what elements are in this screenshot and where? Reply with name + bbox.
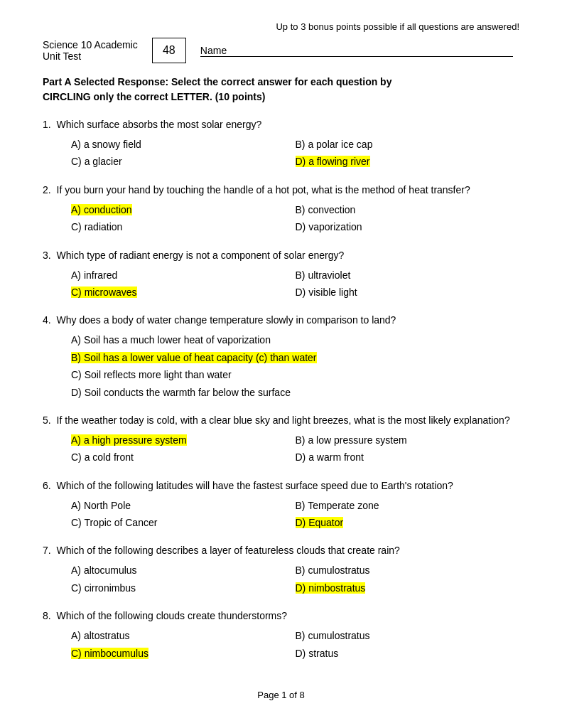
- answers-grid: A) infraredB) ultravioletC) microwavesD)…: [43, 267, 519, 301]
- question-item: 1. Which surface absorbs the most solar …: [43, 117, 519, 170]
- answer-option: B) a polar ice cap: [296, 136, 520, 152]
- question-text: 7. Which of the following describes a la…: [43, 543, 519, 558]
- answer-option: B) Temperate zone: [296, 498, 520, 513]
- answers-grid: A) a snowy fieldB) a polar ice capC) a g…: [43, 136, 519, 170]
- answers-grid: A) conductionB) convectionC) radiationD)…: [43, 202, 519, 235]
- highlighted-answer: D) a flowing river: [296, 156, 370, 167]
- answer-option: C) cirronimbus: [71, 580, 296, 596]
- name-label: Name: [200, 45, 357, 57]
- question-number: 7.: [43, 545, 51, 556]
- answer-option: D) visible light: [296, 284, 520, 300]
- question-item: 7. Which of the following describes a la…: [43, 543, 519, 596]
- answer-option: B) convection: [296, 202, 520, 218]
- answers-grid: A) altostratusB) cumulostratusC) nimbocu…: [43, 628, 519, 661]
- question-item: 2. If you burn your hand by touching the…: [43, 183, 519, 235]
- answer-option: A) Soil has a much lower heat of vaporiz…: [71, 332, 519, 348]
- question-text: 2. If you burn your hand by touching the…: [43, 183, 519, 198]
- answer-option: C) Soil reflects more light than water: [71, 367, 519, 382]
- question-text: 6. Which of the following latitudes will…: [43, 478, 519, 493]
- answers-grid: A) altocumulusB) cumulostratusC) cirroni…: [43, 562, 519, 596]
- answers-grid: A) Soil has a much lower heat of vaporiz…: [43, 332, 519, 400]
- bonus-note: Up to 3 bonus points possible if all que…: [43, 21, 519, 32]
- course-info: Science 10 Academic Unit Test: [43, 39, 138, 62]
- answer-option: C) Tropic of Cancer: [71, 515, 296, 530]
- question-number: 2.: [43, 184, 51, 196]
- answer-option: C) nimbocumulus: [71, 646, 296, 661]
- name-line: Name: [200, 45, 519, 57]
- answer-option: B) a low pressure system: [296, 432, 520, 448]
- answer-option: A) altostratus: [71, 628, 296, 643]
- question-number: 4.: [43, 314, 51, 326]
- question-item: 4. Why does a body of water change tempe…: [43, 313, 519, 400]
- question-item: 5. If the weather today is cold, with a …: [43, 413, 519, 466]
- answer-option: A) a snowy field: [71, 136, 296, 152]
- header-row: Science 10 Academic Unit Test 48 Name: [43, 38, 519, 63]
- part-header: Part A Selected Response: Select the cor…: [43, 75, 519, 105]
- questions-list: 1. Which surface absorbs the most solar …: [43, 117, 519, 661]
- name-underline: [357, 45, 513, 57]
- answer-option: D) Soil conducts the warmth far below th…: [71, 385, 519, 400]
- answer-option: C) radiation: [71, 219, 296, 235]
- answer-option: B) ultraviolet: [296, 267, 520, 283]
- answer-option: D) a flowing river: [296, 154, 520, 169]
- highlighted-answer: D) Equator: [296, 517, 344, 528]
- answer-option: C) a cold front: [71, 449, 296, 465]
- question-item: 8. Which of the following clouds create …: [43, 609, 519, 661]
- question-number: 5.: [43, 414, 51, 426]
- answer-option: D) vaporization: [296, 219, 520, 235]
- highlighted-answer: B) Soil has a lower value of heat capaci…: [71, 352, 317, 363]
- answers-grid: A) a high pressure systemB) a low pressu…: [43, 432, 519, 466]
- part-header-line1: Part A Selected Response: Select the cor…: [43, 75, 519, 90]
- answer-option: A) North Pole: [71, 498, 296, 513]
- answers-grid: A) North PoleB) Temperate zoneC) Tropic …: [43, 498, 519, 531]
- question-item: 3. Which type of radiant energy is not a…: [43, 248, 519, 301]
- answer-option: A) infrared: [71, 267, 296, 283]
- highlighted-answer: C) nimbocumulus: [71, 648, 148, 659]
- page-footer: Page 1 of 8: [43, 690, 519, 700]
- answer-option: D) a warm front: [296, 449, 520, 465]
- answer-option: C) a glacier: [71, 154, 296, 169]
- highlighted-answer: A) a high pressure system: [71, 434, 187, 446]
- question-text: 5. If the weather today is cold, with a …: [43, 413, 519, 428]
- answer-option: B) cumulostratus: [296, 628, 520, 643]
- answer-option: C) microwaves: [71, 284, 296, 300]
- question-text: 1. Which surface absorbs the most solar …: [43, 117, 519, 132]
- question-number: 1.: [43, 119, 51, 130]
- question-number: 3.: [43, 250, 51, 261]
- answer-option: D) stratus: [296, 646, 520, 661]
- answer-option: A) a high pressure system: [71, 432, 296, 448]
- course-title: Science 10 Academic: [43, 39, 138, 50]
- answer-option: B) Soil has a lower value of heat capaci…: [71, 350, 519, 365]
- answer-option: A) conduction: [71, 202, 296, 218]
- highlighted-answer: A) conduction: [71, 204, 132, 215]
- score-box: 48: [152, 38, 186, 63]
- answer-option: D) Equator: [296, 515, 520, 530]
- highlighted-answer: C) microwaves: [71, 287, 137, 298]
- answer-option: A) altocumulus: [71, 562, 296, 578]
- answer-option: B) cumulostratus: [296, 562, 520, 578]
- part-header-line2: CIRCLING only the correct LETTER. (10 po…: [43, 90, 519, 105]
- question-number: 8.: [43, 610, 51, 621]
- answer-option: D) nimbostratus: [296, 580, 520, 596]
- question-text: 3. Which type of radiant energy is not a…: [43, 248, 519, 263]
- question-number: 6.: [43, 480, 51, 491]
- question-text: 8. Which of the following clouds create …: [43, 609, 519, 623]
- question-text: 4. Why does a body of water change tempe…: [43, 313, 519, 328]
- unit-label: Unit Test: [43, 50, 138, 62]
- question-item: 6. Which of the following latitudes will…: [43, 478, 519, 531]
- highlighted-answer: D) nimbostratus: [296, 582, 366, 594]
